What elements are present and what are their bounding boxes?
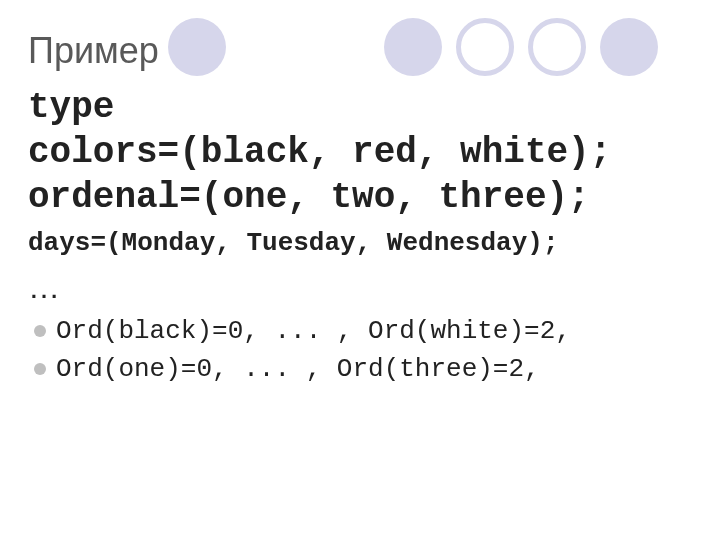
list-item: Ord(black)=0, ... , Ord(white)=2,: [34, 316, 692, 346]
ellipsis: …: [28, 269, 692, 306]
decor-circle-5: [600, 18, 658, 76]
decor-circle-3: [456, 18, 514, 76]
decor-circle-4: [528, 18, 586, 76]
slide: Пример type colors=(black, red, white); …: [0, 0, 720, 540]
bullet-list: Ord(black)=0, ... , Ord(white)=2, Ord(on…: [34, 316, 692, 384]
decor-circle-1: [168, 18, 226, 76]
bullet-text: Ord(one)=0, ... , Ord(three)=2,: [56, 354, 540, 384]
decor-circle-2: [384, 18, 442, 76]
code-line-type: type: [28, 86, 692, 129]
code-line-ordenal: ordenal=(one, two, three);: [28, 176, 692, 219]
list-item: Ord(one)=0, ... , Ord(three)=2,: [34, 354, 692, 384]
code-line-days: days=(Monday, Tuesday, Wednesday);: [28, 228, 692, 259]
slide-title: Пример: [28, 30, 692, 72]
code-line-colors: colors=(black, red, white);: [28, 131, 692, 174]
bullet-text: Ord(black)=0, ... , Ord(white)=2,: [56, 316, 571, 346]
